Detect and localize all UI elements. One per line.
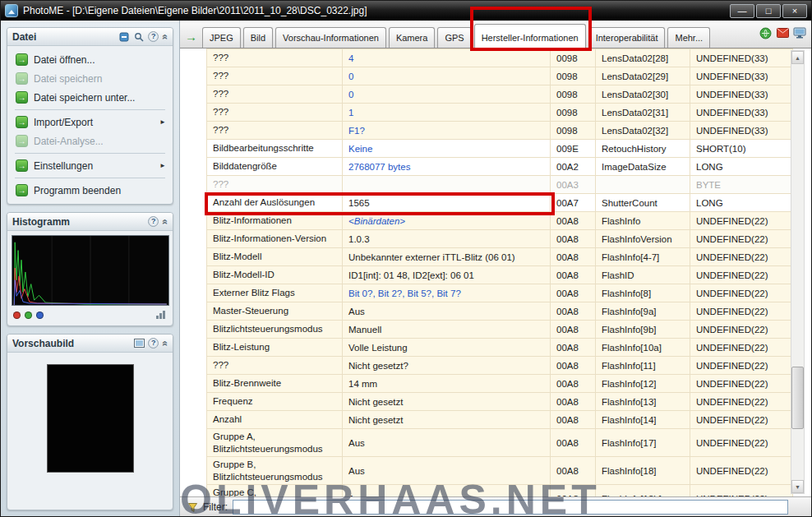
table-row[interactable]: FrequenzNicht gesetzt00A8FlashInfo[13]UN… bbox=[207, 393, 793, 411]
sidebar-item-label: Datei-Analyse... bbox=[34, 136, 104, 147]
sidebar-item-5[interactable]: →Einstellungen► bbox=[10, 156, 170, 175]
table-row[interactable]: Gruppe A, BlitzlichtsteuerungsmodusAus00… bbox=[207, 429, 793, 457]
property-value[interactable]: 1 bbox=[343, 104, 551, 122]
tag-type: LONG bbox=[690, 158, 793, 176]
property-value[interactable]: F1? bbox=[343, 122, 551, 140]
table-row[interactable]: ???Nicht gesetzt?00A8FlashInfo[11]UNDEFI… bbox=[207, 357, 793, 375]
green-channel-toggle[interactable] bbox=[25, 312, 32, 319]
table-row[interactable]: AnzahlNicht gesetzt00A8FlashInfo[14]UNDE… bbox=[207, 411, 793, 429]
property-value[interactable]: <Binärdaten> bbox=[343, 212, 551, 230]
property-value[interactable]: Volle Leistung bbox=[343, 339, 551, 357]
help-icon[interactable]: ? bbox=[148, 338, 159, 349]
photome-app-icon bbox=[5, 4, 18, 17]
tab-gps[interactable]: GPS bbox=[437, 27, 471, 48]
table-row[interactable]: Blitz-Brennweite14 mm00A8FlashInfo[12]UN… bbox=[207, 375, 793, 393]
scroll-up-icon[interactable]: ▲ bbox=[791, 51, 804, 64]
preview-image[interactable] bbox=[47, 364, 134, 473]
nav-forward-icon[interactable]: → bbox=[183, 30, 202, 48]
table-row[interactable]: BildbearbeitungsschritteKeine009ERetouch… bbox=[207, 140, 793, 158]
sidebar-item-2[interactable]: →Datei speichern unter... bbox=[10, 88, 170, 107]
property-value[interactable]: Nicht gesetzt bbox=[343, 393, 551, 411]
tag-hex: 00A2 bbox=[551, 158, 596, 176]
property-value[interactable]: 0 bbox=[343, 67, 551, 85]
property-value[interactable]: 2768077 bytes bbox=[343, 158, 551, 176]
property-value[interactable]: 1565 bbox=[343, 194, 551, 212]
table-row[interactable]: ???00098LensData02[29]UNDEFINED(33) bbox=[207, 67, 793, 85]
table-row[interactable]: ???10098LensData02[31]UNDEFINED(33) bbox=[207, 104, 793, 122]
property-value[interactable]: Keine bbox=[343, 140, 551, 158]
table-row[interactable]: Externer Blitz FlagsBit 0?, Bit 2?, Bit … bbox=[207, 284, 793, 302]
minimize-button[interactable]: — bbox=[730, 4, 754, 18]
property-value[interactable] bbox=[343, 176, 551, 194]
green-arrow-icon: → bbox=[16, 72, 28, 85]
filter-label: Filter: bbox=[203, 501, 228, 513]
scroll-down-icon[interactable]: ▼ bbox=[791, 480, 804, 493]
close-button[interactable]: × bbox=[782, 4, 807, 18]
table-row[interactable]: ???F1?0098LensData02[32]UNDEFINED(33) bbox=[207, 122, 793, 140]
table-row[interactable]: Blitz-Informationen<Binärdaten>00A8Flash… bbox=[207, 212, 793, 230]
property-value[interactable]: Manuell bbox=[343, 321, 551, 339]
tab-bild[interactable]: Bild bbox=[243, 27, 273, 48]
vertical-scrollbar[interactable]: ▲ ▼ bbox=[791, 50, 805, 494]
tab-jpeg[interactable]: JPEG bbox=[202, 27, 241, 48]
pin-icon[interactable] bbox=[118, 31, 130, 43]
histogram-scale-icon[interactable] bbox=[155, 309, 167, 321]
sidebar-item-3[interactable]: →Import/Export► bbox=[10, 113, 170, 132]
table-row[interactable]: Gruppe C, BlitzlichtsteuerungsmodusAus00… bbox=[207, 485, 793, 497]
table-row[interactable]: ???40098LensData02[28]UNDEFINED(33) bbox=[207, 49, 793, 67]
sidebar-item-4: →Datei-Analyse... bbox=[10, 132, 170, 150]
property-value[interactable]: Bit 0?, Bit 2?, Bit 5?, Bit 7? bbox=[343, 284, 551, 302]
table-row[interactable]: BlitzlichtsteuerungsmodusManuell00A8Flas… bbox=[207, 321, 793, 339]
tab-vorschau-informationen[interactable]: Vorschau-Informationen bbox=[275, 27, 386, 48]
blue-channel-toggle[interactable] bbox=[36, 312, 44, 319]
help-icon[interactable]: ? bbox=[148, 31, 159, 42]
sidebar-item-0[interactable]: →Datei öffnen... bbox=[10, 50, 170, 69]
frame-icon[interactable] bbox=[133, 338, 145, 349]
table-row[interactable]: Bilddatengröße2768077 bytes00A2ImageData… bbox=[207, 158, 793, 176]
table-row[interactable]: Blitz-ModellUnbekannter externer iTTL-Bl… bbox=[207, 248, 793, 266]
help-icon[interactable]: ? bbox=[148, 216, 159, 227]
collapse-icon[interactable]: » bbox=[159, 219, 171, 224]
property-value[interactable]: Aus bbox=[343, 457, 551, 485]
maximize-button[interactable]: □ bbox=[756, 4, 781, 18]
tab-interoperabilit-t[interactable]: Interoperabilität bbox=[588, 27, 666, 48]
property-value[interactable]: ID1[int]: 01 48, ID2[ext]: 06 01 bbox=[343, 266, 551, 284]
sidebar-item-6[interactable]: →Programm beenden bbox=[10, 181, 170, 200]
scrollbar-thumb[interactable] bbox=[791, 367, 804, 429]
property-value[interactable]: Nicht gesetzt bbox=[343, 411, 551, 429]
property-name: Blitz-Informationen bbox=[207, 212, 343, 230]
table-row[interactable]: Gruppe B, BlitzlichtsteuerungsmodusAus00… bbox=[207, 457, 793, 485]
property-value[interactable]: 1.0.3 bbox=[343, 230, 551, 248]
table-row[interactable]: ???00A3BYTE bbox=[207, 176, 793, 194]
table-row[interactable]: Blitz-LeistungVolle Leistung00A8FlashInf… bbox=[207, 339, 793, 357]
feedback-icon[interactable] bbox=[776, 26, 789, 39]
tag-name: FlashInfo[13] bbox=[596, 393, 690, 411]
property-value[interactable]: Nicht gesetzt? bbox=[343, 357, 551, 375]
tab-kamera[interactable]: Kamera bbox=[389, 27, 436, 48]
table-row[interactable]: ???00098LensData02[30]UNDEFINED(33) bbox=[207, 85, 793, 104]
property-value[interactable]: 0 bbox=[343, 85, 551, 104]
red-channel-toggle[interactable] bbox=[13, 312, 21, 319]
display-icon[interactable] bbox=[793, 26, 806, 39]
property-value[interactable]: Aus bbox=[343, 485, 551, 497]
table-row[interactable]: Blitz-Informationen-Version1.0.300A8Flas… bbox=[207, 230, 793, 248]
update-check-icon[interactable] bbox=[759, 26, 772, 39]
sidebar-item-label: Einstellungen bbox=[34, 160, 93, 172]
tag-name: FlashInfo[12] bbox=[596, 375, 690, 393]
property-value[interactable]: 4 bbox=[343, 49, 551, 67]
tag-type: UNDEFINED(22) bbox=[690, 411, 793, 429]
table-row[interactable]: Blitz-Modell-IDID1[int]: 01 48, ID2[ext]… bbox=[207, 266, 793, 284]
filter-input[interactable] bbox=[233, 500, 788, 515]
property-value[interactable]: 14 mm bbox=[343, 375, 551, 393]
property-value[interactable]: Aus bbox=[343, 302, 551, 321]
tab-mehr-[interactable]: Mehr... bbox=[667, 27, 710, 48]
collapse-icon[interactable]: » bbox=[159, 340, 171, 346]
table-row[interactable]: Master-SteuerungAus00A8FlashInfo[9a]UNDE… bbox=[207, 302, 793, 321]
collapse-icon[interactable]: » bbox=[159, 34, 171, 39]
tab-hersteller-informationen[interactable]: Hersteller-Informationen bbox=[474, 24, 586, 48]
window-title: PhotoME - [D:\Eigene Dateien\Eigene Bild… bbox=[23, 5, 725, 16]
property-value[interactable]: Aus bbox=[343, 429, 551, 457]
search-icon[interactable] bbox=[133, 31, 145, 43]
property-value[interactable]: Unbekannter externer iTTL-Blitz (06 01) bbox=[343, 248, 551, 266]
table-row[interactable]: Anzahl der Auslösungen156500A7ShutterCou… bbox=[207, 194, 793, 212]
